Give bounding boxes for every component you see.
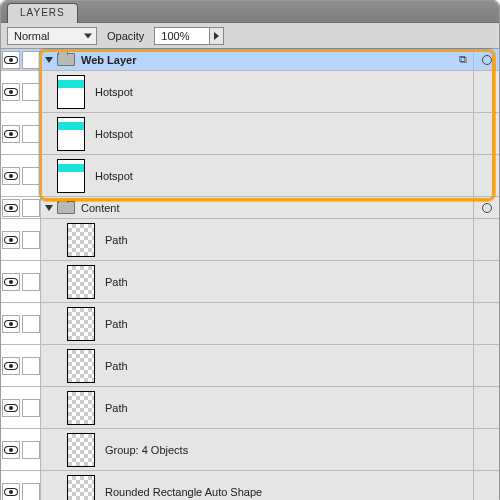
chevron-down-icon	[84, 33, 92, 38]
layer-options-bar: Normal Opacity 100%	[1, 23, 499, 49]
eye-icon	[4, 446, 18, 454]
visibility-toggle[interactable]	[2, 357, 20, 375]
row-end	[473, 219, 499, 260]
row-controls	[1, 197, 41, 218]
visibility-toggle[interactable]	[2, 483, 20, 501]
layer-item-path[interactable]: Path	[1, 303, 499, 345]
row-end	[473, 471, 499, 500]
lock-toggle[interactable]	[22, 315, 40, 333]
lock-toggle[interactable]	[22, 231, 40, 249]
row-controls	[1, 113, 41, 154]
layer-item-path[interactable]: Path	[1, 261, 499, 303]
eye-icon	[4, 56, 18, 64]
row-end	[473, 197, 499, 218]
layer-item-group[interactable]: Group: 4 Objects	[1, 429, 499, 471]
row-body[interactable]: Hotspot	[41, 113, 473, 154]
layer-label: Group: 4 Objects	[105, 444, 188, 456]
lock-toggle[interactable]	[22, 83, 40, 101]
row-end	[473, 49, 499, 70]
visibility-toggle[interactable]	[2, 273, 20, 291]
blend-mode-value: Normal	[14, 30, 49, 42]
tab-layers[interactable]: LAYERS	[7, 3, 78, 23]
visibility-toggle[interactable]	[2, 125, 20, 143]
row-body[interactable]: Path	[41, 219, 473, 260]
layer-folder-web[interactable]: Web Layer ⧉	[1, 49, 499, 71]
layers-panel: LAYERS Normal Opacity 100%	[0, 0, 500, 500]
layer-label: Hotspot	[95, 170, 133, 182]
visibility-toggle[interactable]	[2, 83, 20, 101]
lock-toggle[interactable]	[22, 441, 40, 459]
layer-thumbnail	[67, 223, 95, 257]
layer-thumbnail	[57, 117, 85, 151]
eye-icon	[4, 172, 18, 180]
layer-thumbnail	[67, 265, 95, 299]
layer-thumbnail	[67, 349, 95, 383]
layer-label: Path	[105, 360, 128, 372]
visibility-toggle[interactable]	[2, 315, 20, 333]
eye-icon	[4, 130, 18, 138]
row-body[interactable]: Path	[41, 345, 473, 386]
eye-icon	[4, 204, 18, 212]
opacity-stepper[interactable]	[210, 27, 224, 45]
row-controls	[1, 345, 41, 386]
row-end	[473, 71, 499, 112]
lock-toggle[interactable]	[22, 273, 40, 291]
visibility-toggle[interactable]	[2, 441, 20, 459]
row-body[interactable]: Hotspot	[41, 155, 473, 196]
layer-item-path[interactable]: Path	[1, 219, 499, 261]
layer-thumbnail	[57, 75, 85, 109]
row-body[interactable]: Path	[41, 261, 473, 302]
layer-item-shape[interactable]: Rounded Rectangle Auto Shape	[1, 471, 499, 500]
row-body[interactable]: Rounded Rectangle Auto Shape	[41, 471, 473, 500]
row-controls	[1, 71, 41, 112]
lock-toggle[interactable]	[22, 357, 40, 375]
lock-toggle[interactable]	[22, 399, 40, 417]
row-end	[473, 303, 499, 344]
visibility-toggle[interactable]	[2, 199, 20, 217]
selection-indicator-icon[interactable]	[482, 55, 492, 65]
layer-item-hotspot[interactable]: Hotspot	[1, 71, 499, 113]
layer-item-path[interactable]: Path	[1, 387, 499, 429]
row-body[interactable]: Content	[41, 197, 473, 218]
opacity-field[interactable]: 100%	[154, 27, 210, 45]
layer-label: Hotspot	[95, 128, 133, 140]
row-controls	[1, 49, 41, 70]
layer-thumbnail	[67, 475, 95, 501]
lock-toggle[interactable]	[22, 199, 40, 217]
eye-icon	[4, 488, 18, 496]
disclosure-triangle-icon[interactable]	[45, 57, 53, 63]
layer-item-path[interactable]: Path	[1, 345, 499, 387]
disclosure-triangle-icon[interactable]	[45, 205, 53, 211]
layer-thumbnail	[57, 159, 85, 193]
lock-toggle[interactable]	[22, 167, 40, 185]
blend-mode-dropdown[interactable]: Normal	[7, 27, 97, 45]
layer-item-hotspot[interactable]: Hotspot	[1, 155, 499, 197]
row-end	[473, 261, 499, 302]
lock-toggle[interactable]	[22, 51, 40, 69]
lock-toggle[interactable]	[22, 483, 40, 501]
visibility-toggle[interactable]	[2, 231, 20, 249]
row-body[interactable]: Path	[41, 387, 473, 428]
eye-icon	[4, 88, 18, 96]
layer-label: Web Layer	[81, 54, 136, 66]
row-controls	[1, 219, 41, 260]
row-body[interactable]: Web Layer ⧉	[41, 49, 473, 70]
layer-thumbnail	[67, 307, 95, 341]
folder-icon	[57, 53, 75, 66]
visibility-toggle[interactable]	[2, 399, 20, 417]
visibility-toggle[interactable]	[2, 51, 20, 69]
opacity-value: 100%	[161, 30, 189, 42]
visibility-toggle[interactable]	[2, 167, 20, 185]
layer-label: Path	[105, 318, 128, 330]
row-body[interactable]: Path	[41, 303, 473, 344]
lock-toggle[interactable]	[22, 125, 40, 143]
layer-folder-content[interactable]: Content	[1, 197, 499, 219]
eye-icon	[4, 362, 18, 370]
layer-item-hotspot[interactable]: Hotspot	[1, 113, 499, 155]
triangle-right-icon	[214, 32, 219, 40]
row-controls	[1, 303, 41, 344]
row-body[interactable]: Hotspot	[41, 71, 473, 112]
row-body[interactable]: Group: 4 Objects	[41, 429, 473, 470]
selection-indicator-icon[interactable]	[482, 203, 492, 213]
row-end	[473, 345, 499, 386]
